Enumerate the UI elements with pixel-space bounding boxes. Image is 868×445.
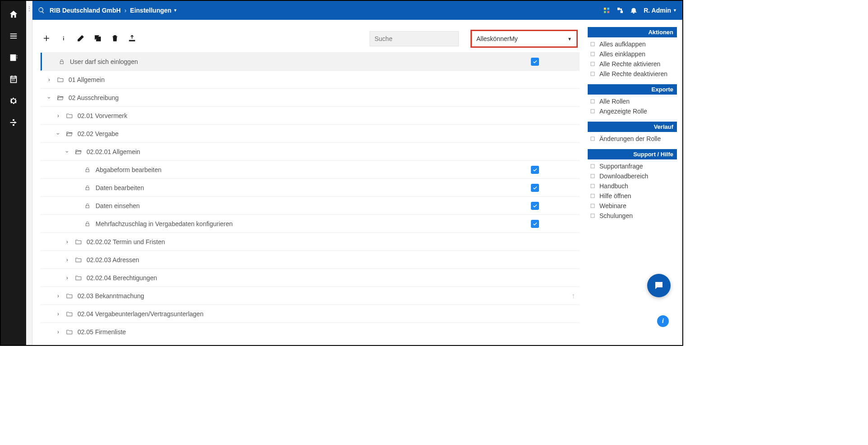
chevron-right-icon[interactable]: ›	[45, 77, 53, 83]
breadcrumb-org[interactable]: RIB Deutschland GmbH	[50, 7, 121, 14]
tree-row[interactable]: Mehrfachzuschlag in Vergabedaten konfigu…	[41, 215, 580, 233]
svg-rect-7	[60, 61, 64, 64]
svg-rect-2	[604, 11, 606, 13]
checkbox[interactable]	[531, 202, 539, 210]
chevron-right-icon[interactable]: ›	[63, 257, 71, 263]
tree-row[interactable]: › 02.04 Vergabeunterlagen/Vertragsunterl…	[41, 305, 580, 323]
nav-list[interactable]	[5, 26, 23, 46]
lock-icon	[83, 184, 92, 191]
breadcrumb-separator: ›	[124, 7, 127, 14]
chevron-right-icon[interactable]: ›	[63, 239, 71, 245]
tree-row[interactable]: › 02.02.04 Berechtigungen	[41, 269, 580, 287]
svg-rect-11	[86, 223, 89, 226]
folder-icon	[74, 256, 83, 263]
chevron-down-icon[interactable]: ›	[55, 130, 61, 138]
panel-item[interactable]: Alle Rollen	[588, 96, 677, 106]
action-icon	[589, 213, 596, 219]
nav-home[interactable]	[5, 5, 23, 24]
folder-icon	[65, 310, 74, 318]
checkbox[interactable]	[531, 220, 539, 228]
info-fab[interactable]: i	[657, 315, 669, 327]
permission-tree: User darf sich einloggen › 01 Allgemein …	[41, 52, 580, 345]
svg-rect-22	[591, 194, 594, 198]
svg-rect-15	[591, 72, 594, 76]
svg-rect-14	[591, 62, 594, 66]
checkbox[interactable]	[531, 58, 539, 66]
panel-item[interactable]: Angezeigte Rolle	[588, 106, 677, 116]
topbar: RIB Deutschland GmbH › Einstellungen▼ R.…	[32, 1, 682, 20]
chat-fab[interactable]	[647, 274, 671, 297]
edit-button[interactable]	[77, 34, 85, 44]
search-input[interactable]	[370, 31, 459, 46]
svg-rect-4	[618, 8, 620, 10]
tree-row[interactable]: › 02.02.03 Adressen	[41, 251, 580, 269]
chevron-right-icon[interactable]: ›	[54, 113, 62, 119]
tree-row[interactable]: › 02.02 Vergabe	[41, 125, 580, 143]
folder-icon	[74, 274, 83, 282]
tree-row[interactable]: Daten einsehen	[41, 197, 580, 215]
export-button[interactable]	[128, 34, 136, 44]
panel-item[interactable]: Alle Rechte deaktivieren	[588, 69, 677, 79]
org-icon[interactable]	[617, 7, 624, 14]
tree-row[interactable]: › 02.02.02 Termin und Fristen	[41, 233, 580, 251]
tree-row[interactable]: Daten bearbeiten	[41, 179, 580, 197]
scroll-up-icon[interactable]: ↑	[571, 292, 575, 300]
chevron-right-icon[interactable]: ›	[54, 329, 62, 335]
tree-row[interactable]: › 02.02.01 Allgemein	[41, 143, 580, 161]
action-icon	[589, 203, 596, 209]
action-icon	[589, 163, 596, 169]
panel-item[interactable]: Änderungen der Rolle	[588, 134, 677, 144]
nav-logout[interactable]	[5, 113, 23, 132]
svg-rect-10	[86, 205, 89, 208]
tree-row[interactable]: › 02.01 Vorvermerk	[41, 107, 580, 125]
tree-row-login[interactable]: User darf sich einloggen	[41, 53, 580, 71]
copy-button[interactable]	[94, 34, 102, 44]
panel-item[interactable]: Alles aufklappen	[588, 39, 677, 49]
breadcrumb-page[interactable]: Einstellungen▼	[130, 7, 178, 14]
tree-row[interactable]: › 02 Ausschreibung	[41, 89, 580, 107]
action-icon	[589, 136, 596, 142]
apps-icon[interactable]	[603, 7, 610, 14]
nav-contacts[interactable]	[5, 48, 23, 68]
tree-row[interactable]: › 02.05 Firmenliste	[41, 323, 580, 341]
tree-row[interactable]: Abgabeform bearbeiten	[41, 161, 580, 179]
chevron-right-icon[interactable]: ›	[54, 311, 62, 317]
info-button[interactable]	[59, 34, 68, 44]
search-icon[interactable]	[38, 7, 45, 14]
role-dropdown[interactable]: AlleskönnerMy ▼	[471, 30, 578, 48]
lock-icon	[83, 220, 92, 227]
panel-item[interactable]: Alle Rechte aktivieren	[588, 59, 677, 69]
panel-item[interactable]: Supportanfrage	[588, 161, 677, 171]
tree-row[interactable]: › 02.03 Bekanntmachung	[41, 287, 580, 305]
panel-item[interactable]: Alles einklappen	[588, 49, 677, 59]
resize-handle[interactable]: ⋮	[26, 1, 32, 345]
panel-item[interactable]: Hilfe öffnen	[588, 191, 677, 201]
add-button[interactable]	[42, 34, 50, 44]
chevron-down-icon[interactable]: ›	[64, 148, 70, 156]
svg-rect-3	[607, 11, 609, 13]
chevron-right-icon[interactable]: ›	[54, 293, 62, 299]
panel-header-exporte: Exporte	[588, 84, 677, 95]
nav-calendar[interactable]	[5, 69, 23, 89]
folder-icon	[74, 238, 83, 245]
folder-open-icon	[65, 130, 74, 137]
panel-item[interactable]: Webinare	[588, 201, 677, 211]
svg-rect-5	[621, 11, 622, 13]
checkbox[interactable]	[531, 166, 539, 174]
left-nav	[1, 1, 26, 345]
nav-settings[interactable]	[5, 91, 23, 111]
panel-item[interactable]: Schulungen	[588, 211, 677, 221]
panel-item[interactable]: Handbuch	[588, 181, 677, 191]
svg-rect-17	[591, 109, 594, 113]
panel-item[interactable]: Downloadbereich	[588, 171, 677, 181]
chevron-down-icon[interactable]: ›	[46, 94, 52, 102]
delete-button[interactable]	[111, 34, 119, 44]
bell-icon[interactable]	[630, 7, 637, 14]
checkbox[interactable]	[531, 184, 539, 192]
tree-row[interactable]: › 01 Allgemein	[41, 71, 580, 89]
user-menu[interactable]: R. Admin▼	[644, 7, 677, 14]
svg-rect-23	[591, 204, 594, 208]
action-icon	[589, 41, 596, 47]
panel-header-support: Support / Hilfe	[588, 149, 677, 159]
chevron-right-icon[interactable]: ›	[63, 275, 71, 281]
